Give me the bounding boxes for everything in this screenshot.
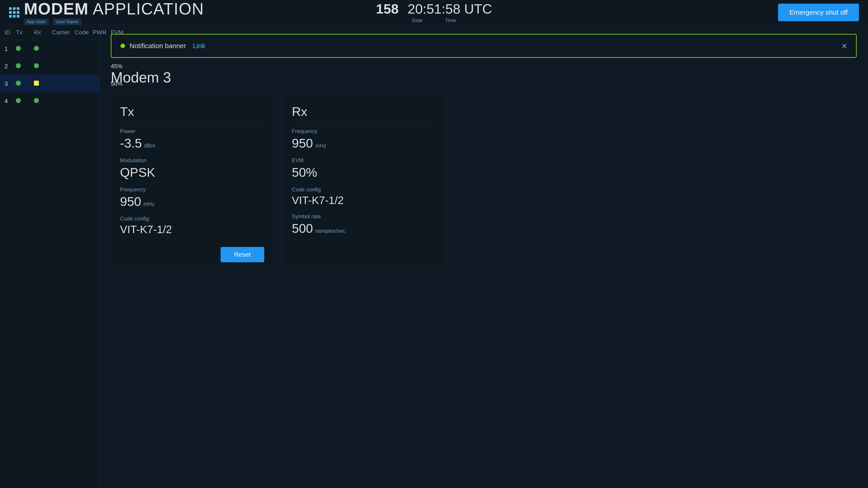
row2-tx [16,63,34,70]
rx-card-title: Rx [292,104,436,124]
header-date: 158 [376,1,399,17]
header-center: 158 20:51:58 UTC Date Time [376,1,492,24]
table-row[interactable]: 1 50% [0,40,99,58]
table-row[interactable]: 2 45% [0,58,99,75]
time-label: Time [445,18,456,24]
user-name-badge: User Name [53,19,81,25]
tx-power-label: Power [120,128,264,134]
logo-area: MODEM APPLICATION App state User Name [9,0,204,25]
tx-frequency-value: 950 mHz [120,194,264,209]
grid-icon [9,7,20,18]
tx-frequency-field: Frequency 950 mHz [120,186,264,209]
rx-evm-field: EVM 50% [292,157,436,180]
modem-cards: Tx Power -3.5 dBm Modulation QPSK Freque… [111,95,857,271]
row1-rx [34,45,52,53]
tx-code-config-label: Code config [120,216,264,222]
tx-power-field: Power -3.5 dBm [120,128,264,151]
col-code: Code [74,29,93,36]
content-area: Notification banner Link × Modem 3 Tx Po… [99,25,868,488]
rx-card: Rx Frequency 950 mHz EVM 50% Code config… [283,95,445,271]
rx-frequency-value: 950 mHz [292,136,436,151]
date-label: Date [412,18,423,24]
rx-code-config-label: Code config [292,186,436,193]
rx-code-config-value: VIT-K7-1/2 [292,194,436,206]
header: MODEM APPLICATION App state User Name 15… [0,0,868,25]
emergency-shut-off-button[interactable]: Emergency shut off [778,4,859,21]
rx-frequency-label: Frequency [292,128,436,134]
tx-modulation-value: QPSK [120,165,264,180]
tx-modulation-label: Modulation [120,157,264,164]
row2-id: 2 [4,63,16,70]
header-subtitle: App state User Name [24,19,204,25]
row1-id: 1 [4,45,16,53]
notification-close-button[interactable]: × [842,41,847,51]
tx-code-config-field: Code config VIT-K7-1/2 [120,216,264,236]
row1-tx [16,45,34,53]
app-state-badge: App state [24,19,49,25]
row3-rx [34,80,52,87]
table-header: ID Tx Rx Carrier Code PWR EVM [0,25,99,40]
col-rx: Rx [34,29,52,36]
rx-code-config-field: Code config VIT-K7-1/2 [292,186,436,206]
tx-power-value: -3.5 dBm [120,136,264,151]
col-carrier: Carrier [52,29,74,36]
row4-tx [16,97,34,105]
row3-tx [16,80,34,87]
tx-code-config-value: VIT-K7-1/2 [120,223,264,236]
rx-symbol-rate-value: 500 samples/sec [292,221,436,236]
header-labels: Date Time [412,18,456,24]
tx-frequency-unit: mHz [143,201,154,207]
table-row[interactable]: 3 50% [0,75,99,92]
notification-left: Notification banner Link [121,42,205,50]
col-tx: Tx [16,29,34,36]
notification-link[interactable]: Link [193,42,205,50]
main-layout: ID Tx Rx Carrier Code PWR EVM 1 50% 2 [0,25,868,488]
header-time: 20:51:58 UTC [408,1,492,17]
rx-frequency-field: Frequency 950 mHz [292,128,436,151]
row4-rx [34,97,52,105]
rx-evm-value: 50% [292,165,436,180]
row2-rx [34,63,52,70]
tx-modulation-field: Modulation QPSK [120,157,264,180]
rx-symbol-rate-field: Symbol rate 500 samples/sec [292,213,436,236]
row4-id: 4 [4,98,16,105]
notification-banner: Notification banner Link × [111,34,857,58]
col-id: ID [4,29,16,36]
modem-title: Modem 3 [111,69,857,86]
app-title: MODEM APPLICATION [24,0,204,18]
reset-button[interactable]: Reset [221,247,264,262]
rx-symbol-rate-unit: samples/sec [315,228,345,234]
tx-card-title: Tx [120,104,264,124]
rx-symbol-rate-label: Symbol rate [292,213,436,220]
rx-frequency-unit: mHz [315,142,326,149]
sidebar: ID Tx Rx Carrier Code PWR EVM 1 50% 2 [0,25,99,488]
notification-text: Notification banner [129,42,186,50]
tx-frequency-label: Frequency [120,186,264,193]
row3-id: 3 [4,80,16,87]
tx-card: Tx Power -3.5 dBm Modulation QPSK Freque… [111,95,274,271]
rx-evm-label: EVM [292,157,436,164]
table-row[interactable]: 4 22% [0,92,99,110]
tx-power-unit: dBm [144,142,155,149]
notification-dot [121,43,125,48]
